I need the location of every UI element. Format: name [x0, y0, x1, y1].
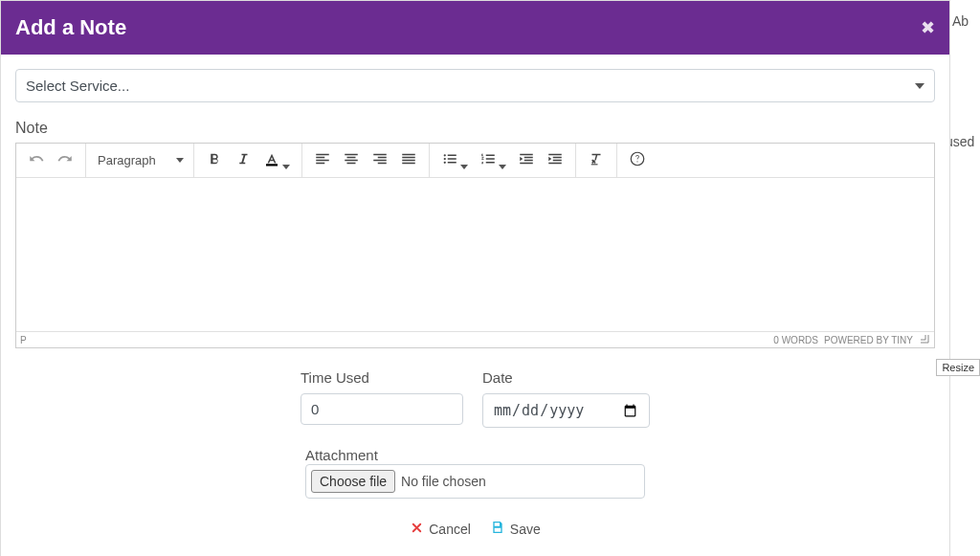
- align-right-button[interactable]: [366, 146, 394, 174]
- time-used-input[interactable]: [301, 393, 463, 425]
- attachment-label: Attachment: [305, 447, 378, 463]
- text-color-icon: [263, 150, 280, 170]
- date-input[interactable]: [482, 393, 650, 428]
- undo-icon: [28, 150, 45, 170]
- number-list-icon: [479, 150, 497, 170]
- outdent-button[interactable]: [512, 146, 541, 174]
- choose-file-button[interactable]: Choose file: [311, 470, 395, 493]
- powered-by-label: POWERED BY TINY: [824, 335, 913, 345]
- text-color-button[interactable]: [257, 146, 296, 174]
- time-used-group: Time Used: [301, 369, 463, 428]
- save-button[interactable]: Save: [490, 520, 541, 538]
- align-justify-button[interactable]: [394, 146, 423, 174]
- toolbar-group-help: [617, 144, 657, 177]
- align-left-button[interactable]: [308, 146, 337, 174]
- bg-text-ab: Ab: [952, 13, 969, 29]
- cancel-label: Cancel: [429, 522, 471, 537]
- modal-body: Select Service... Note Paragraph: [1, 55, 949, 556]
- help-icon: [629, 150, 646, 170]
- clear-format-button[interactable]: [582, 146, 611, 174]
- outdent-icon: [518, 150, 535, 170]
- clear-format-icon: [588, 150, 605, 170]
- format-select[interactable]: Paragraph: [92, 150, 188, 170]
- note-label: Note: [15, 120, 935, 137]
- resize-handle[interactable]: [919, 333, 930, 346]
- no-file-text: No file chosen: [401, 474, 486, 489]
- save-icon: [490, 520, 505, 538]
- form-row-time-date: Time Used Date: [15, 369, 935, 428]
- svg-point-2: [444, 158, 446, 160]
- toolbar-group-align: [302, 144, 430, 177]
- redo-button[interactable]: [51, 146, 79, 174]
- italic-icon: [234, 150, 252, 170]
- time-used-label: Time Used: [301, 369, 463, 386]
- svg-rect-4: [591, 164, 598, 165]
- cancel-icon: [410, 521, 424, 538]
- bold-button[interactable]: [200, 146, 229, 174]
- attachment-group: Attachment Choose file No file chosen: [305, 447, 645, 499]
- toolbar-group-format: Paragraph: [86, 144, 194, 177]
- rich-text-editor: Paragraph: [15, 143, 935, 348]
- bullet-list-button[interactable]: [435, 146, 474, 174]
- chevron-down-icon: [282, 158, 290, 163]
- date-group: Date: [482, 369, 650, 428]
- save-label: Save: [510, 522, 541, 537]
- modal-header: Add a Note ✖: [1, 1, 949, 55]
- modal-title: Add a Note: [15, 15, 126, 40]
- select-service-dropdown[interactable]: Select Service...: [15, 69, 935, 102]
- svg-point-3: [444, 162, 446, 164]
- align-right-icon: [371, 150, 389, 170]
- align-center-icon: [343, 150, 360, 170]
- attachment-row: Attachment Choose file No file chosen: [15, 447, 935, 499]
- help-button[interactable]: [623, 146, 652, 174]
- resize-icon: [919, 333, 930, 346]
- chevron-down-icon: [499, 158, 506, 163]
- cancel-button[interactable]: Cancel: [410, 520, 471, 538]
- toolbar-group-list: [430, 144, 576, 177]
- resize-tooltip: Resize: [936, 359, 980, 376]
- bold-icon: [206, 150, 223, 170]
- align-center-button[interactable]: [337, 146, 366, 174]
- toolbar-group-history: [16, 144, 86, 177]
- close-button[interactable]: ✖: [921, 17, 935, 38]
- redo-icon: [56, 150, 74, 170]
- word-count: 0 WORDS: [773, 335, 818, 345]
- editor-statusbar: P 0 WORDS POWERED BY TINY: [16, 331, 934, 347]
- date-label: Date: [482, 369, 650, 386]
- editor-toolbar: Paragraph: [16, 144, 934, 178]
- svg-rect-0: [266, 164, 278, 166]
- svg-point-1: [444, 154, 446, 156]
- file-input-wrap[interactable]: Choose file No file chosen: [305, 464, 645, 499]
- align-justify-icon: [400, 150, 417, 170]
- close-icon: ✖: [921, 18, 935, 37]
- add-note-modal: Add a Note ✖ Select Service... Note: [0, 0, 950, 556]
- italic-button[interactable]: [229, 146, 257, 174]
- editor-content-area[interactable]: [16, 178, 934, 331]
- chevron-down-icon: [460, 158, 468, 163]
- undo-button[interactable]: [22, 146, 51, 174]
- align-left-icon: [314, 150, 331, 170]
- toolbar-group-style: [194, 144, 302, 177]
- modal-actions: Cancel Save: [15, 520, 935, 547]
- bullet-list-icon: [441, 150, 458, 170]
- number-list-button[interactable]: [474, 146, 512, 174]
- indent-icon: [546, 150, 564, 170]
- toolbar-group-clear: [576, 144, 617, 177]
- element-path: P: [20, 335, 27, 345]
- indent-button[interactable]: [541, 146, 569, 174]
